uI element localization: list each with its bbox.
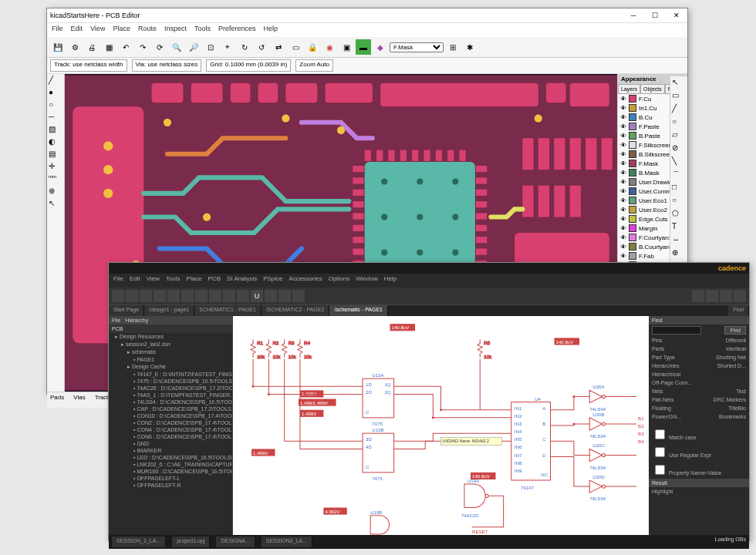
visibility-icon[interactable]: 👁 [620, 114, 626, 121]
menu-inspect[interactable]: Inspect [164, 25, 187, 35]
menu-file[interactable]: File [52, 25, 63, 35]
visibility-icon[interactable]: 👁 [620, 234, 626, 241]
sch-menu-place[interactable]: Place [187, 275, 202, 286]
sch-print-icon[interactable] [154, 290, 166, 302]
layer-select[interactable]: F.Mask [390, 42, 444, 52]
visibility-icon[interactable]: 👁 [620, 133, 626, 140]
prop-check[interactable]: Property Name=Value [652, 462, 722, 477]
sch-part-icon[interactable] [265, 290, 277, 302]
tree-item[interactable]: ▪ OFFPAGELEFT-L [109, 475, 232, 482]
visibility-icon[interactable]: 👁 [620, 197, 626, 204]
arc-icon[interactable]: ⌒ [672, 170, 683, 180]
flip-icon[interactable]: ⇄ [271, 39, 286, 55]
sch-menu-si[interactable]: SI Analysis [227, 275, 257, 286]
menu-place[interactable]: Place [113, 25, 130, 35]
find-power[interactable]: Power/GN... [652, 414, 681, 419]
sch-new-icon[interactable] [112, 290, 124, 302]
drc-icon[interactable]: ◉ [322, 39, 337, 55]
tab-schematic-page1[interactable]: /schematic - PAGE1 [329, 305, 388, 316]
tree-item[interactable]: ▸ Design Cache [109, 363, 232, 371]
via-size-select[interactable]: Via: use netclass sizes [132, 59, 202, 72]
find-input[interactable] [652, 326, 701, 335]
sch-undo-icon[interactable] [209, 290, 221, 302]
menu-view[interactable]: View [90, 25, 105, 35]
menu-edit[interactable]: Edit [71, 25, 83, 35]
tree-item[interactable]: ▸ schematic [109, 348, 232, 356]
footprint-place-icon[interactable]: ▭ [672, 91, 683, 102]
visibility-icon[interactable]: 👁 [620, 188, 626, 195]
find-hier[interactable]: Hierarchies [652, 363, 679, 368]
menu-tools[interactable]: Tools [194, 25, 211, 35]
zone-icon[interactable]: ▱ [672, 130, 683, 141]
visibility-icon[interactable]: 👁 [620, 160, 626, 167]
sch-marker-icon[interactable] [720, 290, 732, 302]
sch-redo-icon[interactable] [223, 290, 235, 302]
tree-item[interactable]: ▪ CON4 : D:\CADENCE\SPB_17.4\TOOLS... [109, 426, 232, 433]
origin-icon[interactable]: ⊕ [672, 248, 683, 259]
close-button[interactable]: ✕ [669, 10, 684, 21]
sch-menu-acc[interactable]: Accessories [289, 275, 322, 286]
rect-icon[interactable]: □ [672, 183, 683, 193]
visibility-icon[interactable]: 👁 [620, 151, 626, 158]
tree-item[interactable]: ▪ 74AC20 : D:\CADENCE\SPB_17.2\TOO... [109, 385, 232, 392]
pad-fill-icon[interactable]: ● [49, 88, 59, 99]
plot-icon[interactable]: ▦ [101, 39, 116, 55]
find-button[interactable]: Find [724, 326, 746, 335]
regex-check[interactable]: Use Regular Expr [652, 445, 711, 459]
sch-menu-edit[interactable]: Edit [130, 275, 140, 286]
tree-item[interactable]: ▪ 74AS_1 : D:\TEMPFASTEST_FINGER... [109, 392, 232, 399]
high-contrast-icon[interactable]: ◐ [49, 137, 59, 148]
tree-item[interactable]: ▪ OFFPAGELEFT-R [109, 482, 232, 489]
tree-item[interactable]: ▪ 7475 : D:\CADENCE\SPB_16.5\TOOLS... [109, 378, 232, 385]
sch-open-icon[interactable] [126, 290, 138, 302]
tree-item[interactable]: ▪ 74LS04 : D:\CADENCE\SPB_16.5\TOO... [109, 399, 232, 405]
sch-menu-pspice[interactable]: PSpice [263, 275, 282, 286]
menu-route[interactable]: Route [138, 25, 157, 35]
grid-select[interactable]: Grid: 0.1000 mm (0.0039 in) [206, 59, 291, 72]
select-icon[interactable]: ↖ [672, 78, 683, 89]
via-icon[interactable]: ○ [672, 117, 683, 128]
ratsnest-icon[interactable]: ✱ [462, 39, 478, 55]
sch-save-icon[interactable] [140, 290, 152, 302]
minimize-button[interactable]: ─ [626, 10, 641, 21]
tree-item[interactable]: ▪ PAGE1 [109, 356, 232, 363]
scripting-icon[interactable]: ◆ [373, 39, 388, 55]
line-icon[interactable]: ╲ [672, 156, 683, 167]
layer-alpha-icon[interactable]: ▤ [49, 150, 59, 160]
status-tab-1[interactable]: project1.opj [172, 536, 210, 547]
tab-design1[interactable]: /design1 - page1 [144, 305, 194, 316]
circle-icon[interactable]: ○ [672, 196, 683, 207]
zoom-out-icon[interactable]: 🔎 [186, 39, 201, 55]
sch-paste-icon[interactable] [195, 290, 208, 302]
schematic-canvas[interactable]: R110k R210k R310k R410k R510k 140.8uV 14… [233, 316, 649, 535]
tree-tab-hierarchy[interactable]: Hierarchy [125, 318, 148, 323]
crosshair-icon[interactable]: ✛ [49, 162, 59, 173]
tab-schematic2[interactable]: /SCHEMATIC2 - PAGE2 [262, 305, 330, 316]
find-offpage[interactable]: Off-Page Conn... [652, 380, 692, 385]
tree-item[interactable]: ▪ GND [109, 440, 232, 447]
visibility-icon[interactable]: 👁 [620, 216, 626, 223]
find-floating[interactable]: Floating [652, 405, 671, 411]
zoom-selection-icon[interactable]: ⌖ [220, 39, 235, 55]
visibility-icon[interactable]: 👁 [620, 244, 626, 251]
zoom-fit-icon[interactable]: ⊡ [203, 39, 218, 55]
zoom-select[interactable]: Zoom Auto [295, 59, 333, 72]
find-nets[interactable]: Nets [652, 388, 663, 394]
tree-item[interactable]: ▪ IMARKER [109, 447, 232, 454]
find-pins[interactable]: Pins [652, 338, 663, 343]
settings-icon[interactable]: ⚙ [67, 39, 83, 55]
via-fill-icon[interactable]: ○ [49, 100, 59, 111]
visibility-icon[interactable]: 👁 [620, 179, 626, 186]
track-fill-icon[interactable]: ─ [49, 113, 59, 123]
visibility-icon[interactable]: 👁 [620, 225, 626, 232]
tree-item[interactable]: ▪ LNK202_0 : C:\AE_TRAINING\CAPTUR... [109, 461, 232, 468]
visibility-icon[interactable]: 👁 [620, 170, 626, 177]
find-tab[interactable]: Find [728, 305, 749, 316]
find-parttype[interactable]: Part Type [652, 355, 675, 360]
sch-sim-icon[interactable] [692, 290, 704, 302]
highlight-label[interactable]: Highlight [652, 489, 673, 494]
visibility-icon[interactable]: 👁 [620, 142, 626, 149]
maximize-button[interactable]: ☐ [647, 10, 663, 21]
sch-menu-file[interactable]: File [113, 275, 123, 286]
footprint-icon[interactable]: ▭ [288, 39, 303, 55]
